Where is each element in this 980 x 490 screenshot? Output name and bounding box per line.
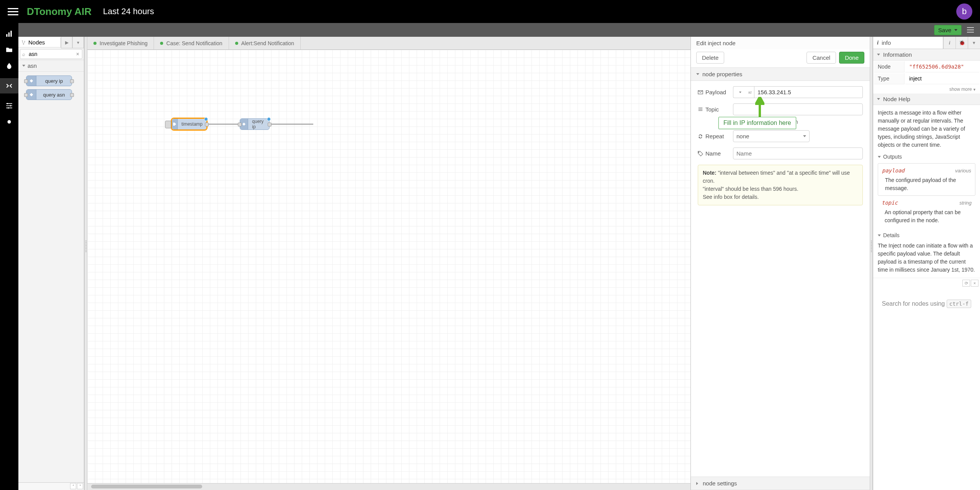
search-icon: ⌕ — [22, 51, 25, 57]
payload-input[interactable] — [754, 86, 863, 98]
chevron-down-icon — [877, 54, 880, 56]
help-details-text: The Inject node can initiate a flow with… — [878, 242, 975, 274]
sidebar-debug-button[interactable]: 🐞 — [955, 37, 968, 49]
status-dot-icon — [160, 42, 163, 45]
sidebar-info-button[interactable]: i — [943, 37, 955, 49]
chart-icon[interactable] — [5, 30, 13, 38]
name-label: Name — [698, 150, 728, 157]
canvas-area: Investigate Phishing Case: Send Notifica… — [87, 37, 690, 490]
svg-rect-1 — [8, 33, 10, 37]
clear-search-icon[interactable]: × — [76, 51, 79, 57]
node-input-port[interactable] — [238, 123, 242, 126]
node-port — [70, 93, 74, 97]
section-information[interactable]: Information — [873, 49, 980, 61]
inject-button[interactable] — [165, 121, 171, 128]
tab-investigate-phishing[interactable]: Investigate Phishing — [87, 37, 154, 49]
changed-dot-icon — [267, 117, 271, 121]
node-palette: Nodes ▶ ▾ ⌕ × asn query ip — [18, 37, 84, 490]
flow-icon[interactable] — [0, 78, 18, 93]
palette-category[interactable]: asn — [18, 60, 84, 72]
svg-point-5 — [8, 107, 9, 108]
name-input[interactable] — [733, 147, 863, 159]
palette-collapse-down-button[interactable]: ˅ — [77, 483, 83, 489]
sliders-icon[interactable] — [5, 102, 13, 110]
palette-play-button[interactable]: ▶ — [61, 37, 72, 48]
brand-title: DTonomy AIR — [27, 6, 92, 18]
editor-menu-icon[interactable] — [965, 25, 976, 35]
tab-case-send-notification[interactable]: Case: Send Notification — [154, 37, 229, 49]
payload-label: Payload — [698, 89, 728, 95]
node-port — [70, 79, 74, 83]
time-range-label[interactable]: Last 24 hours — [103, 7, 154, 16]
note-box: Note: "interval between times" and "at a… — [698, 165, 863, 205]
user-avatar[interactable]: b — [956, 3, 972, 20]
tab-alert-send-notification[interactable]: Alert:Send Notification — [229, 37, 301, 49]
edit-panel-title: Edit inject node — [691, 37, 870, 49]
payload-type-indicator: az — [746, 86, 754, 98]
horizontal-scrollbar[interactable] — [87, 483, 690, 490]
splitter-handle[interactable] — [84, 37, 87, 490]
top-bar: DTonomy AIR Last 24 hours b — [0, 0, 980, 23]
delete-button[interactable]: Delete — [696, 52, 724, 64]
output-payload: payloadvarious The configured payload of… — [878, 163, 975, 196]
splitter-handle[interactable] — [870, 37, 873, 490]
section-node-properties[interactable]: node properties — [691, 67, 870, 81]
palette-node-query-ip[interactable]: query ip — [26, 75, 72, 86]
node-port — [24, 93, 28, 97]
palette-items: query ip query asn — [18, 72, 84, 482]
svg-point-6 — [8, 120, 11, 124]
drop-icon[interactable] — [5, 62, 13, 70]
node-port — [24, 79, 28, 83]
palette-collapse-up-button[interactable]: ˄ — [70, 483, 76, 489]
folder-icon[interactable] — [5, 46, 13, 54]
info-table: Node "ff652506.6d9a28" Type inject — [873, 61, 980, 85]
list-icon — [698, 107, 703, 112]
flow-canvas[interactable]: timestamp query ip — [87, 50, 690, 483]
help-details-heading[interactable]: Details — [878, 231, 975, 239]
envelope-icon — [698, 90, 703, 95]
node-output-port[interactable] — [205, 123, 209, 126]
help-outputs-heading[interactable]: Outputs — [878, 153, 975, 161]
palette-search-input[interactable] — [20, 49, 82, 59]
repeat-label: Repeat — [698, 133, 728, 139]
save-button-label: Save — [938, 27, 951, 33]
help-body: Injects a message into a flow either man… — [873, 105, 980, 278]
cancel-button[interactable]: Cancel — [807, 52, 836, 64]
svg-point-4 — [10, 105, 11, 106]
palette-title: Nodes — [18, 38, 61, 48]
topic-input[interactable] — [733, 103, 863, 115]
palette-search: ⌕ × — [18, 48, 84, 60]
workspace: Nodes ▶ ▾ ⌕ × asn query ip — [18, 37, 980, 490]
close-button[interactable]: × — [971, 280, 978, 287]
hamburger-menu-icon[interactable] — [8, 6, 18, 17]
edit-panel: Edit inject node Delete Cancel Done node… — [690, 37, 870, 490]
chevron-down-icon — [803, 135, 806, 137]
section-node-settings[interactable]: node settings — [691, 477, 870, 490]
payload-type-dropdown[interactable] — [733, 86, 746, 98]
edit-panel-body: Payload az Topic Fill in IP informa — [691, 81, 870, 477]
flow-node-timestamp[interactable]: timestamp — [172, 118, 207, 130]
refresh-button[interactable]: ⟳ — [962, 280, 970, 287]
done-button[interactable]: Done — [839, 52, 864, 64]
dot-icon[interactable] — [5, 118, 13, 126]
sidebar-dropdown-button[interactable]: ▾ — [968, 37, 980, 49]
search-hint: Search for nodes using ctrl-f — [873, 288, 980, 320]
info-icon: i — [877, 39, 879, 46]
chevron-down-icon — [696, 73, 699, 75]
node-output-port[interactable] — [268, 123, 272, 126]
show-more-link[interactable]: show more — [873, 85, 980, 93]
flow-node-query-ip[interactable]: query ip — [240, 118, 270, 130]
palette-dropdown-button[interactable]: ▾ — [72, 37, 84, 48]
palette-footer: ˄ ˅ — [18, 482, 84, 490]
info-row-node: Node "ff652506.6d9a28" — [874, 61, 979, 72]
sidebar-tab-info[interactable]: i info — [873, 37, 943, 49]
section-node-help[interactable]: Node Help — [873, 93, 980, 105]
palette-node-query-asn[interactable]: query asn — [26, 89, 72, 100]
kbd-shortcut: ctrl-f — [947, 300, 972, 308]
repeat-select[interactable]: none — [733, 130, 810, 142]
flow-wire — [267, 124, 313, 125]
inject-icon — [172, 119, 178, 129]
left-icon-rail — [0, 23, 18, 490]
save-button[interactable]: Save — [934, 25, 962, 35]
status-dot-icon — [235, 42, 238, 45]
